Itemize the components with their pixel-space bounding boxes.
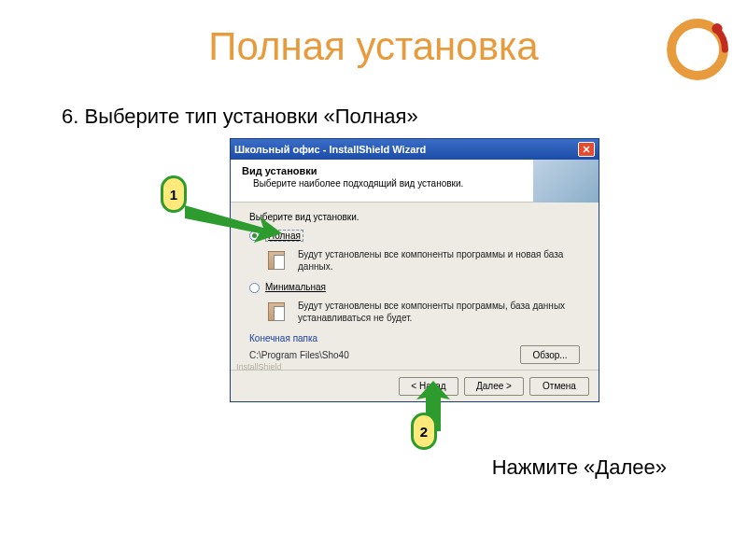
radio-desc-minimal: Будут установлены все компоненты програм… [298,301,580,324]
wizard-footer: < Назад Далее > Отмена [231,370,599,401]
destination-label: Конечная папка [249,333,580,343]
radio-option-full[interactable]: Полная [249,230,580,242]
radio-icon [249,231,260,241]
installshield-watermark: InstallShield [236,362,282,371]
install-components-icon [266,249,289,272]
next-button[interactable]: Далее > [464,377,524,396]
close-button[interactable] [578,142,595,157]
install-wizard-dialog: Школьный офис - InstallShield Wizard Вид… [230,138,599,402]
radio-desc-full: Будут установлены все компоненты програм… [298,249,580,273]
window-title: Школьный офис - InstallShield Wizard [234,144,578,155]
install-components-icon [266,301,289,323]
back-button[interactable]: < Назад [399,377,458,396]
banner-graphic [533,160,599,203]
radio-label-full: Полная [265,230,303,242]
wizard-body: Выберите вид установки. Полная Будут уст… [231,203,599,370]
destination-path: C:\Program Files\Sho40 [249,350,520,360]
radio-option-minimal[interactable]: Минимальная [249,282,580,293]
radio-icon [249,283,260,293]
slide-title: Полная установка [0,24,747,69]
callout-badge-1: 1 [161,175,187,213]
selection-prompt: Выберите вид установки. [249,212,580,222]
wizard-header: Вид установки Выберите наиболее подходящ… [231,160,599,203]
step-instruction: 6. Выберите тип установки «Полная» [62,105,418,129]
titlebar: Школьный офис - InstallShield Wizard [231,139,599,160]
radio-label-minimal: Минимальная [265,282,326,292]
callout-badge-2: 2 [411,413,437,450]
browse-button[interactable]: Обзор... [520,345,580,364]
press-next-note: Нажмите «Далее» [492,455,667,480]
cancel-button[interactable]: Отмена [529,377,589,396]
